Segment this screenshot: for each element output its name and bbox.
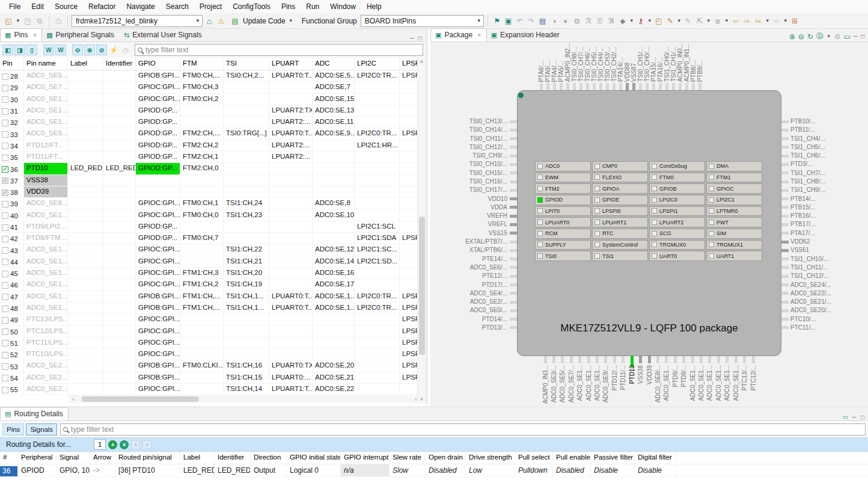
package-pin-stub[interactable] [781, 223, 789, 226]
package-pin-stub[interactable] [561, 356, 564, 363]
pin-checkbox[interactable]: ✓ [2, 189, 8, 196]
table-row[interactable]: 41PTD9/LPI2...GPIOD:GP...LPI2C1:SCL [0, 221, 420, 233]
pin-checkbox[interactable] [2, 155, 8, 161]
pin-cell[interactable]: 54 [0, 372, 24, 383]
cell-name[interactable]: ADC0_SE1... [24, 268, 68, 278]
package-pin-stub[interactable] [510, 249, 517, 252]
package-pin-label[interactable]: VSS87 [631, 63, 637, 82]
package-pin-label[interactable]: PTD11/... [620, 365, 626, 390]
package-pin-stub[interactable] [652, 83, 655, 90]
tab-external-user-signals[interactable]: ⇆External User Signals [120, 28, 207, 42]
pin-cell[interactable]: 35 [0, 152, 24, 162]
package-pin-label[interactable]: ADC0_SE22/... [790, 290, 831, 297]
signals-toggle-button[interactable]: Signals [26, 423, 57, 435]
default-view-icon[interactable]: Ⓓ [816, 31, 824, 42]
cell-name[interactable]: ADC0_SE2... [24, 372, 68, 383]
cell-lpuart[interactable] [269, 221, 313, 232]
package-pin-label[interactable]: VSS38 [637, 365, 644, 384]
pin-checkbox[interactable] [2, 108, 8, 115]
package-pin-stub[interactable] [781, 275, 789, 278]
cell-tsi[interactable] [224, 221, 269, 232]
cell-name[interactable]: PTD12/FT... [24, 140, 68, 151]
cell-label[interactable] [68, 117, 103, 128]
cell-name[interactable]: PTD9/LPI2... [24, 221, 68, 232]
peripheral-sim[interactable]: SIM [706, 229, 762, 239]
cell-name[interactable]: VSS38 [24, 175, 68, 186]
back-icon[interactable]: ⇦ [730, 16, 741, 26]
cell-adc[interactable]: ADC0:SE,1... [313, 303, 355, 313]
view-mode-3-icon[interactable]: ▯ [26, 45, 37, 55]
pencil-icon[interactable]: ✎ [665, 16, 676, 26]
package-pin-label[interactable]: TSI0_CH4/... [598, 47, 604, 82]
pin-cell[interactable]: 48 [0, 303, 24, 313]
cell-lpuart[interactable]: LPUART0:T... [269, 291, 313, 302]
routing-cell-16[interactable]: Disable [635, 464, 677, 476]
cell-name[interactable]: PTC10/LPS... [24, 349, 68, 360]
package-pin-label[interactable]: VDD39 [646, 365, 653, 384]
cell-ftm[interactable] [180, 186, 224, 197]
package-pin-stub[interactable] [510, 283, 517, 286]
routing-cell-1[interactable]: GPIOD [18, 464, 57, 476]
package-pin-label[interactable]: ADC0_SE1... [724, 365, 730, 401]
save-all-icon[interactable]: ⧉ [34, 16, 45, 26]
menu-project[interactable]: Project [194, 1, 227, 12]
package-pin-label[interactable]: TSI0_CH6/... [584, 47, 591, 82]
cell-gpio[interactable]: GPIOB:GPI... [136, 303, 180, 313]
cell-lpi2c[interactable] [355, 163, 400, 174]
package-pin-label[interactable]: ADC0_SE1... [663, 365, 670, 401]
package-pin-label[interactable]: PTD10 [629, 365, 635, 384]
cell-lpi2c[interactable]: LPI2C0:TR... [355, 128, 400, 139]
package-pin-stub[interactable] [606, 83, 609, 90]
package-pin-stub[interactable] [781, 266, 789, 269]
package-pin-stub[interactable] [698, 83, 701, 90]
cell-label[interactable] [68, 140, 103, 151]
peripheral-ewm[interactable]: EWM [535, 173, 591, 183]
package-pin-stub[interactable] [781, 189, 789, 192]
package-pin-stub[interactable] [566, 83, 569, 90]
cell-lpuart[interactable]: LPUART1:T... [269, 384, 313, 395]
package-pin-stub[interactable] [781, 180, 789, 183]
package-pin-stub[interactable] [682, 356, 685, 363]
cell-tsi[interactable] [224, 117, 269, 128]
cell-gpio[interactable]: GPIOC:GPI... [136, 349, 180, 360]
package-pin-label[interactable]: TSI0_CH7/... [578, 47, 584, 82]
package-pin-stub[interactable] [781, 232, 789, 235]
package-pin-stub[interactable] [510, 137, 517, 140]
cell-gpio[interactable]: GPIOC:GPI... [136, 314, 180, 325]
cell-adc[interactable] [313, 233, 355, 244]
package-pin-label[interactable]: PTA14/... [617, 57, 624, 82]
cell-lpi2c[interactable] [355, 186, 400, 197]
cell-lpuart[interactable]: LPUART0:T... [269, 70, 313, 81]
package-pin-label[interactable]: PTB10/... [790, 118, 816, 125]
table-row[interactable]: 45ADC0_SE1...GPIOC:GPI...FTM1:CH,3TSI1:C… [0, 268, 420, 279]
cell-tsi[interactable]: TSI1:CH,20 [224, 268, 269, 278]
pin-checkbox[interactable] [2, 317, 8, 324]
pin-checkbox[interactable] [2, 271, 8, 277]
cell-lpi2c[interactable] [355, 94, 400, 105]
cell-name[interactable]: PTD8/FTM... [24, 233, 68, 244]
package-pin-label[interactable]: TSI0_CH14/... [430, 126, 507, 133]
cell-tsi[interactable] [224, 314, 269, 325]
cell-tsi[interactable] [224, 349, 269, 360]
cell-adc[interactable]: ADC0:SE,15 [313, 94, 355, 105]
cell-lpi2c[interactable] [355, 314, 400, 325]
cell-lpi2c[interactable] [355, 337, 400, 348]
cell-lpi2c[interactable] [355, 326, 400, 337]
package-pin-label[interactable]: TSI0_CH1/... [637, 47, 644, 82]
view-mode-2-icon[interactable]: ◨ [14, 45, 25, 55]
memory-view-icon[interactable]: ▣ [503, 16, 514, 26]
maximize-icon[interactable]: □ [418, 35, 422, 42]
pin-cell[interactable]: 47 [0, 291, 24, 302]
tab-package[interactable]: ▣Package× [430, 28, 487, 42]
cell-lpuart[interactable] [269, 314, 313, 325]
cell-id[interactable] [103, 198, 136, 209]
peripheral-tsi1[interactable]: TSI1 [592, 251, 648, 261]
pins-filter-input[interactable] [145, 46, 420, 54]
cell-label[interactable] [68, 279, 103, 290]
pin-cell[interactable]: ✓37 [0, 175, 24, 186]
cell-name[interactable]: ADC0_SE1... [24, 303, 68, 313]
tab-pins[interactable]: ▦Pins× [0, 28, 42, 42]
tooltip-icon[interactable]: ▭ [844, 32, 851, 41]
package-pin-stub[interactable] [510, 197, 517, 200]
cell-lpuart[interactable] [269, 244, 313, 255]
